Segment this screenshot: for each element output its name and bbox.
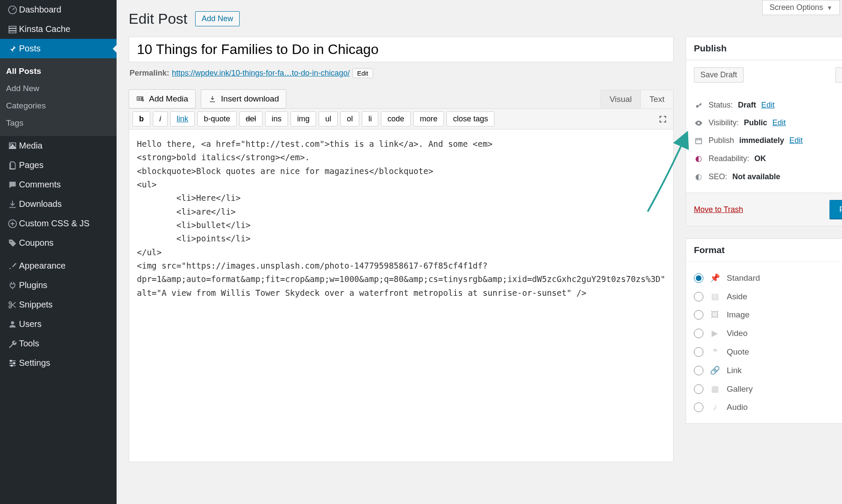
qtag-ins[interactable]: ins [265,111,288,127]
svg-point-10 [10,360,12,361]
qtag-bquote[interactable]: b-quote [197,111,237,127]
permalink-row: Permalink: https://wpdev.ink/10-things-f… [129,62,674,84]
sidebar-item-comments[interactable]: Comments [0,175,117,194]
sidebar-item-users[interactable]: Users [0,314,117,334]
sidebar-label: Custom CSS & JS [19,219,89,228]
main-content: Screen Options▼ Help▼ Edit Post Add New … [117,0,842,504]
qtag-close-tags[interactable]: close tags [446,111,494,127]
sidebar-item-tools[interactable]: Tools [0,334,117,353]
qtag-b[interactable]: b [133,111,150,127]
tab-visual[interactable]: Visual [601,90,640,108]
svg-point-16 [697,122,700,124]
pin-icon: 📌 [709,273,721,283]
format-option-standard[interactable]: 📌Standard [694,269,842,287]
svg-rect-1 [9,26,16,28]
sidebar-label: Pages [19,160,44,170]
sidebar-item-plugins[interactable]: Plugins [0,276,117,295]
format-option-quote[interactable]: ❝Quote [694,342,842,361]
sidebar-item-pages[interactable]: Pages [0,155,117,175]
sidebar-subitem-all-posts[interactable]: All Posts [0,63,117,80]
edit-permalink-button[interactable]: Edit [352,68,373,78]
screen-meta-links: Screen Options▼ Help▼ [762,0,842,15]
save-draft-button[interactable]: Save Draft [694,67,744,82]
insert-download-button[interactable]: Insert download [201,89,286,108]
qtag-code[interactable]: code [381,111,411,127]
qtag-i[interactable]: i [153,111,168,127]
svg-point-15 [696,105,699,108]
sidebar-subitem-categories[interactable]: Categories [0,97,117,114]
media-icon [6,141,19,151]
format-option-audio[interactable]: ♪Audio [694,398,842,416]
quote-icon: ❝ [709,347,721,357]
format-option-image[interactable]: 🖼Image [694,306,842,324]
post-title-input[interactable] [129,37,674,62]
sidebar-item-posts[interactable]: Posts [0,39,117,58]
cache-icon [6,25,19,34]
format-option-aside[interactable]: ▤Aside [694,287,842,306]
publish-metabox: Publish ▲ Save Draft Preview Status: Dra… [686,37,842,226]
add-media-button[interactable]: Add Media [129,89,196,108]
sidebar-subitem-tags[interactable]: Tags [0,114,117,132]
move-to-trash-link[interactable]: Move to Trash [694,205,743,214]
qtag-img[interactable]: img [291,111,316,127]
qtag-ul[interactable]: ul [319,111,338,127]
edit-status-link[interactable]: Edit [761,101,775,110]
sidebar-label: Posts [19,44,41,54]
wrench-icon [6,339,19,349]
sidebar-item-custom-css-js[interactable]: Custom CSS & JS [0,214,117,233]
sidebar-item-coupons[interactable]: Coupons [0,233,117,253]
publish-metabox-header[interactable]: Publish ▲ [686,37,842,60]
edit-visibility-link[interactable]: Edit [772,118,786,127]
scissors-icon [6,300,19,310]
qtag-more[interactable]: more [413,111,444,127]
fullscreen-button[interactable] [656,112,670,126]
format-metabox: Format ▲ 📌Standard ▤Aside 🖼Image ▶Video … [686,238,842,424]
qtag-del[interactable]: del [239,111,263,127]
sidebar-subitem-add-new[interactable]: Add New [0,80,117,97]
sliders-icon [6,358,19,368]
users-icon [6,320,19,329]
edit-date-link[interactable]: Edit [789,136,803,145]
sidebar-label: Appearance [19,261,66,271]
pages-icon [6,161,19,170]
preview-button[interactable]: Preview [836,67,842,82]
qtag-ol[interactable]: ol [340,111,359,127]
qtag-li[interactable]: li [362,111,378,127]
camera-music-icon [136,95,145,103]
key-icon [694,101,703,109]
plug-icon [6,281,19,290]
publish-button[interactable]: Publish [829,200,842,219]
svg-rect-2 [9,29,16,31]
audio-icon: ♪ [709,403,721,412]
add-new-button[interactable]: Add New [195,11,240,26]
content-textarea[interactable]: Hello there, <a href="http://test.com">t… [129,130,674,462]
eye-icon [694,119,703,127]
readability-row: ◐ Readability: OK [694,149,842,168]
sidebar-label: Media [19,141,42,151]
yoast-icon: ◐ [694,172,703,181]
status-row: Status: Draft Edit [694,96,842,114]
sidebar-item-settings[interactable]: Settings [0,353,117,373]
screen-options-toggle[interactable]: Screen Options▼ [762,0,840,15]
svg-point-12 [11,365,13,366]
sidebar-item-appearance[interactable]: Appearance [0,256,117,276]
sidebar-item-snippets[interactable]: Snippets [0,295,117,314]
qtag-link[interactable]: link [170,111,195,127]
svg-point-6 [10,241,12,242]
tab-text[interactable]: Text [640,90,673,108]
permalink-link[interactable]: https://wpdev.ink/10-things-for-fa…to-do… [172,69,350,78]
format-option-link[interactable]: 🔗Link [694,361,842,380]
format-metabox-header[interactable]: Format ▲ [686,239,842,262]
image-icon: 🖼 [709,310,721,320]
gallery-icon: ▦ [709,384,721,394]
video-icon: ▶ [709,328,721,338]
format-option-video[interactable]: ▶Video [694,324,842,342]
sidebar-item-downloads[interactable]: Downloads [0,194,117,214]
dashboard-icon [6,5,19,15]
tag-icon [6,238,19,248]
sidebar-item-kinsta-cache[interactable]: Kinsta Cache [0,19,117,39]
permalink-label: Permalink: [130,69,169,78]
sidebar-item-dashboard[interactable]: Dashboard [0,0,117,19]
sidebar-item-media[interactable]: Media [0,136,117,155]
format-option-gallery[interactable]: ▦Gallery [694,380,842,398]
